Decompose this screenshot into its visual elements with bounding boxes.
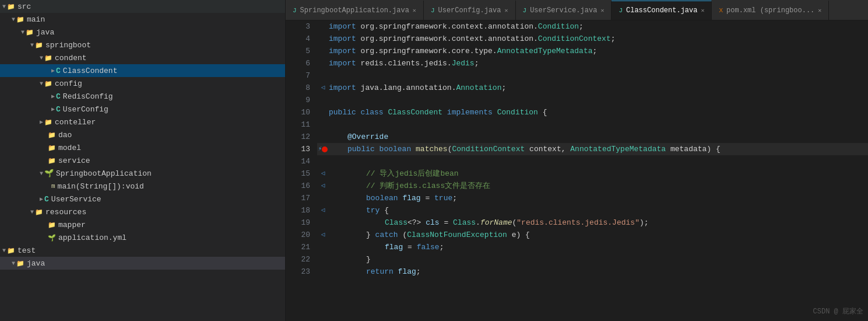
tree-item-config[interactable]: ▼ 📁 config	[0, 77, 285, 90]
tree-item-service[interactable]: 📁 service	[0, 154, 285, 167]
tree-item-main[interactable]: ▼ 📁 main	[0, 13, 285, 26]
code-line-10: public class ClassCondent implements Con…	[317, 106, 868, 118]
arrow-test[interactable]: ▼	[2, 247, 6, 254]
annotation-12: @Override	[347, 131, 388, 143]
close-tab5[interactable]: ✕	[818, 7, 821, 14]
arrow-config[interactable]: ▼	[40, 81, 43, 87]
tab-springbootapplication[interactable]: J SpringbootApplication.java ✕	[286, 1, 424, 20]
tree-item-conteller[interactable]: ▶ 📁 conteller	[0, 116, 285, 128]
arrow-condent[interactable]: ▼	[40, 55, 43, 61]
tree-item-model[interactable]: 📁 model	[0, 141, 285, 154]
tab-userconfig[interactable]: J UserConfig.java ✕	[424, 1, 516, 20]
ln-16: 16	[295, 180, 310, 192]
tree-item-classcondent[interactable]: ▶ C ClassCondent	[0, 64, 285, 77]
semi-21: ;	[440, 241, 444, 253]
label-java: java	[36, 28, 54, 37]
kw-boolean-13: boolean	[379, 143, 416, 155]
close-tab1[interactable]: ✕	[413, 7, 416, 14]
tree-item-userconfig[interactable]: ▶ C UserConfig	[0, 103, 285, 116]
tab-classcondent[interactable]: J ClassCondent.java ✕	[612, 1, 712, 20]
spring-icon-springbootapp: 🌱	[44, 169, 54, 178]
tree-item-mapper[interactable]: 📁 mapper	[0, 218, 285, 231]
code-line-21: flag = false;	[317, 241, 868, 253]
tree-item-applicationyml[interactable]: 🌱 application.yml	[0, 231, 285, 244]
close-tab2[interactable]: ✕	[505, 7, 508, 14]
arrow-main[interactable]: ▼	[12, 16, 15, 23]
arrow-userservice[interactable]: ▶	[40, 196, 43, 203]
classname-10: ClassCondent	[388, 106, 447, 118]
java-icon-tab3: J	[523, 7, 527, 14]
pkg-5: org.springframework.core.type.	[361, 45, 497, 57]
arrow-springbootapp[interactable]: ▼	[40, 170, 43, 177]
code-line-8: ◁ import java.lang.annotation.Annotation…	[317, 82, 868, 94]
ln-9: 9	[295, 94, 310, 106]
tree-item-resources[interactable]: ▼ 📁 resources	[0, 205, 285, 218]
folder-icon-main: 📁	[16, 16, 24, 23]
arrow-java[interactable]: ▼	[21, 29, 24, 36]
code-line-12: @Override	[317, 131, 868, 143]
var-flag-17: flag	[402, 192, 420, 204]
code-line-6: import redis.clients.jedis.Jedis;	[317, 57, 868, 69]
code-area[interactable]: 3 4 5 6 7 8 9 10 11 12 13 14 15 16 17 18…	[286, 20, 868, 321]
java-icon-tab2: J	[431, 7, 435, 14]
arrow-redisconfig[interactable]: ▶	[51, 93, 55, 100]
type-class2-19: Class	[453, 217, 476, 229]
tree-item-src[interactable]: ▼ 📁 src	[0, 0, 285, 13]
tree-item-springboot[interactable]: ▼ 📁 springboot	[0, 39, 285, 51]
tree-item-main-method[interactable]: m main(String[]):void	[0, 180, 285, 193]
code-line-11	[317, 118, 868, 131]
class-4: ConditionContext	[538, 33, 611, 45]
ln-23: 23	[295, 266, 310, 278]
close-tab3[interactable]: ✕	[600, 7, 604, 14]
kw-try-18: try	[366, 204, 384, 217]
paren-20: (	[402, 229, 407, 241]
gutter-16: ◁	[317, 180, 329, 192]
tree-item-test[interactable]: ▼ 📁 test	[0, 244, 285, 257]
close-19: );	[639, 217, 649, 229]
arrow-conteller[interactable]: ▶	[40, 118, 43, 125]
tree-item-dao[interactable]: 📁 dao	[0, 128, 285, 141]
ln-8: 8	[295, 82, 310, 94]
code-line-17: boolean flag = true;	[317, 192, 868, 204]
bookmark-8: ◁	[321, 82, 325, 94]
label-dao: dao	[58, 131, 72, 139]
folder-icon-springboot: 📁	[35, 41, 43, 49]
pkg-8: java.lang.annotation.	[361, 82, 456, 94]
code-line-19: Class<?> cls = Class.forName("redis.clie…	[317, 217, 868, 229]
arrow-springboot[interactable]: ▼	[30, 42, 34, 48]
arrow-src[interactable]: ▼	[2, 4, 6, 10]
tab-pomxml[interactable]: X pom.xml (springboo... ✕	[712, 1, 829, 20]
folder-icon-condent: 📁	[44, 54, 52, 62]
tree-item-springbootapp[interactable]: ▼ 🌱 SpringbootApplication	[0, 167, 285, 180]
fn-forname-19: forName	[480, 217, 512, 229]
label-model: model	[58, 144, 81, 152]
dot-19: .	[476, 217, 480, 229]
type-class-19: Class	[385, 217, 407, 229]
tree-item-test-java[interactable]: ▼ 📁 java	[0, 257, 285, 270]
file-tree-scroll[interactable]: ▼ 📁 src ▼ 📁 main ▼ 📁 java ▼ 📁 springboot…	[0, 0, 285, 321]
folder-icon-test: 📁	[7, 247, 15, 254]
close-tab4[interactable]: ✕	[701, 7, 704, 14]
label-config: config	[55, 79, 82, 88]
label-mapper: mapper	[58, 221, 86, 229]
arrow-userconfig[interactable]: ▶	[51, 106, 55, 113]
kw-return-23: return	[366, 266, 398, 278]
tab-userservice[interactable]: J UserService.java ✕	[516, 1, 612, 20]
arrow-test-java[interactable]: ▼	[12, 260, 15, 267]
folder-icon-service: 📁	[48, 157, 56, 165]
folder-icon-conteller: 📁	[44, 118, 52, 126]
label-classcondent: ClassCondent	[63, 67, 118, 75]
tree-item-redisconfig[interactable]: ▶ C RedisConfig	[0, 90, 285, 103]
class-icon-redisconfig: C	[56, 92, 61, 101]
code-line-13: ⚡ public boolean matches(ConditionContex…	[317, 143, 868, 155]
tree-item-java[interactable]: ▼ 📁 java	[0, 26, 285, 39]
arrow-resources[interactable]: ▼	[30, 209, 34, 215]
ln-14: 14	[295, 155, 310, 168]
tree-item-userservice[interactable]: ▶ C UserService	[0, 193, 285, 205]
tree-item-condent[interactable]: ▼ 📁 condent	[0, 51, 285, 64]
bookmark-16: ◁	[321, 180, 325, 192]
arrow-classcondent[interactable]: ▶	[51, 67, 55, 74]
code-line-22: }	[317, 253, 868, 266]
var-flag-21: flag	[385, 241, 403, 253]
ln-15: 15	[295, 168, 310, 180]
